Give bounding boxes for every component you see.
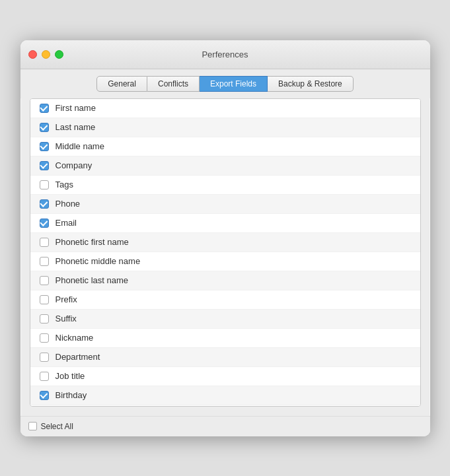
tab-conflicts[interactable]: Conflicts [147,76,200,92]
list-item-department: Department [30,348,420,367]
checkbox-nickname[interactable] [40,333,49,343]
list-item-birthday: Birthday [30,386,420,405]
field-label-department: Department [56,352,100,362]
list-item-company: Company [30,156,420,176]
field-label-first-name: First name [56,103,96,113]
select-all-wrap[interactable]: Select All [28,422,73,431]
list-item-suffix: Suffix [30,310,420,329]
checkbox-wrap-department [38,351,50,363]
list-item-last-name: Last name [30,118,420,137]
field-list[interactable]: First nameLast nameMiddle nameCompanyTag… [30,99,420,406]
tabs-bar: GeneralConflictsExport FieldsBackup & Re… [20,69,430,98]
checkbox-wrap-nickname [38,332,50,344]
checkbox-phonetic-middle-name[interactable] [40,257,49,266]
checkbox-tags[interactable] [40,180,49,189]
list-item-middle-name: Middle name [30,137,420,156]
checkbox-wrap-suffix [38,313,50,325]
checkbox-wrap-birthday [38,390,50,401]
list-item-email: Email [30,214,420,233]
checkbox-wrap-tags [38,179,50,191]
checkbox-department[interactable] [40,353,49,362]
list-item-lunar-birthday: Lunar Birthday [30,405,420,406]
list-item-nickname: Nickname [30,329,420,348]
checkbox-wrap-phonetic-middle-name [38,255,50,267]
maximize-button[interactable] [55,50,63,59]
list-item-prefix: Prefix [30,290,420,310]
checkbox-wrap-last-name [38,121,50,133]
list-item-first-name: First name [30,99,420,118]
titlebar: Perferences [20,40,430,69]
checkbox-wrap-phonetic-last-name [38,275,50,287]
list-item-phone: Phone [30,195,420,214]
close-button[interactable] [28,50,37,59]
checkbox-wrap-email [38,217,50,229]
list-item-phonetic-first-name: Phonetic first name [30,233,420,252]
field-label-phone: Phone [56,199,81,209]
field-label-birthday: Birthday [56,390,87,400]
window-buttons [28,50,63,59]
list-item-phonetic-middle-name: Phonetic middle name [30,252,420,271]
field-label-email: Email [56,218,77,228]
field-label-phonetic-first-name: Phonetic first name [56,237,129,247]
bottom-bar: Select All [20,416,430,436]
field-label-middle-name: Middle name [56,141,104,151]
checkbox-suffix[interactable] [40,314,49,323]
checkbox-first-name[interactable] [40,104,49,113]
checkbox-wrap-prefix [38,294,50,306]
checkbox-prefix[interactable] [40,295,49,304]
select-all-checkbox[interactable] [28,422,37,430]
checkbox-wrap-phonetic-first-name [38,236,50,248]
checkbox-wrap-first-name [38,102,50,114]
field-label-job-title: Job title [56,371,85,381]
checkbox-last-name[interactable] [40,123,49,132]
checkbox-wrap-middle-name [38,141,50,153]
checkbox-company[interactable] [40,161,49,170]
field-label-phonetic-middle-name: Phonetic middle name [56,256,141,266]
checkbox-middle-name[interactable] [40,142,49,151]
checkbox-wrap-company [38,160,50,172]
field-label-last-name: Last name [56,122,96,132]
field-label-phonetic-last-name: Phonetic last name [56,275,129,285]
minimize-button[interactable] [42,50,50,59]
tab-export-fields[interactable]: Export Fields [200,76,268,92]
checkbox-wrap-phone [38,198,50,210]
select-all-label: Select All [41,422,73,431]
checkbox-birthday[interactable] [40,391,49,400]
field-label-suffix: Suffix [56,314,77,323]
content-area: First nameLast nameMiddle nameCompanyTag… [30,98,421,407]
field-label-company: Company [56,160,93,170]
checkbox-phone[interactable] [40,199,49,209]
main-window: Perferences GeneralConflictsExport Field… [20,40,430,436]
tab-backup-restore[interactable]: Backup & Restore [268,76,354,92]
list-item-phonetic-last-name: Phonetic last name [30,271,420,290]
checkbox-wrap-job-title [38,370,50,382]
checkbox-job-title[interactable] [40,372,49,381]
checkbox-phonetic-last-name[interactable] [40,276,49,285]
list-item-job-title: Job title [30,367,420,386]
checkbox-email[interactable] [40,219,49,228]
field-label-nickname: Nickname [56,333,94,343]
field-label-tags: Tags [56,180,73,189]
window-title: Perferences [202,50,248,59]
list-item-tags: Tags [30,176,420,195]
checkbox-phonetic-first-name[interactable] [40,238,49,247]
tab-general[interactable]: General [96,76,147,92]
field-label-prefix: Prefix [56,294,77,304]
